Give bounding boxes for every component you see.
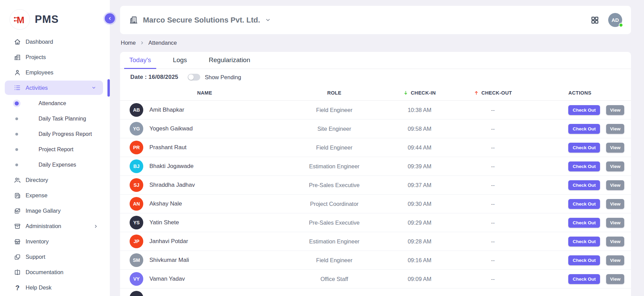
sidebar-item-activities[interactable]: Activities	[5, 81, 103, 95]
avatar	[130, 291, 143, 296]
view-button[interactable]: View	[606, 180, 624, 190]
employee-role: Office Staff	[283, 276, 385, 282]
view-button[interactable]: View	[606, 274, 624, 284]
sidebar-subitem-project-report[interactable]: Project Report	[0, 142, 110, 157]
user-avatar[interactable]: AD	[608, 13, 622, 27]
view-button[interactable]: View	[606, 105, 624, 115]
check-out-button[interactable]: Check Out	[568, 199, 600, 209]
avatar: VY	[130, 272, 143, 286]
svg-text:M: M	[17, 15, 25, 25]
view-button[interactable]: View	[606, 124, 624, 134]
employee-role: Pre-Sales Executive	[283, 182, 385, 188]
sidebar-subitem-label: Project Report	[39, 146, 73, 153]
view-button[interactable]: View	[606, 143, 624, 153]
company-selector[interactable]: Marco Secure Solutions Pvt. Ltd.	[129, 15, 271, 25]
sidebar-subitem-attendance[interactable]: Attendance	[0, 96, 110, 111]
sidebar-collapse-button[interactable]	[105, 13, 115, 24]
sidebar-item-directory[interactable]: Directory	[0, 172, 110, 188]
sidebar-item-image-gallary[interactable]: Image Gallary	[0, 203, 110, 219]
toggle-knob	[188, 74, 194, 80]
sidebar-item-label: Directory	[26, 177, 48, 183]
employee-role: Pre-Sales Executive	[283, 220, 385, 226]
view-button[interactable]: View	[606, 218, 624, 228]
sidebar-item-administration[interactable]: Administration	[0, 219, 110, 234]
table-row: VY Vaman Yadav Office Staff 09:09 AM -- …	[120, 270, 631, 288]
check-out-button[interactable]: Check Out	[568, 274, 600, 284]
view-button[interactable]: View	[606, 255, 624, 265]
tab-regularization[interactable]: Regularization	[204, 52, 255, 69]
show-pending-label: Show Pending	[205, 74, 241, 81]
employee-name: Yogesh Gaikwad	[149, 125, 193, 132]
column-header-checkin[interactable]: CHECK-IN	[385, 85, 454, 100]
check-out-button[interactable]: Check Out	[568, 143, 600, 153]
sidebar-item-employees[interactable]: Employees	[0, 65, 110, 80]
sidebar-subitem-label: Attendance	[39, 100, 66, 107]
show-pending-toggle[interactable]	[188, 74, 200, 81]
home-icon	[14, 38, 21, 46]
sidebar-item-label: Activities	[26, 85, 48, 91]
check-out-button[interactable]: Check Out	[568, 124, 600, 134]
sidebar-item-label: Expense	[26, 192, 47, 199]
sidebar-subitem-daily-task-planning[interactable]: Daily Task Planning	[0, 111, 110, 126]
apps-grid-icon[interactable]	[590, 16, 599, 25]
table-row: SJ Shraddha Jadhav Pre-Sales Executive 0…	[120, 176, 631, 195]
check-out-button[interactable]: Check Out	[568, 180, 600, 190]
gallery-icon	[14, 207, 21, 215]
table-row: BJ Bhakti Jogawade Estimation Engineer 0…	[120, 157, 631, 176]
bullet-dot-icon	[15, 133, 18, 136]
sidebar-item-expense[interactable]: Expense	[0, 188, 110, 203]
table-row: JP Janhavi Potdar Estimation Engineer 09…	[120, 232, 631, 251]
bullet-dot-icon	[15, 101, 19, 105]
archive-icon	[14, 223, 21, 230]
check-in-time: 09:16 AM	[385, 257, 454, 264]
sidebar-subitem-daily-progress-report[interactable]: Daily Progress Report	[0, 126, 110, 142]
view-button[interactable]: View	[606, 237, 624, 246]
employee-name: Bhakti Jogawade	[149, 163, 193, 170]
tab-todays[interactable]: Today's	[124, 52, 156, 69]
sidebar-item-support[interactable]: Support	[0, 249, 110, 265]
check-out-button[interactable]: Check Out	[568, 105, 600, 115]
employee-role: Project Coordinator	[283, 201, 385, 207]
sidebar-item-documentation[interactable]: Documentation	[0, 265, 110, 280]
sidebar-subitem-label: Daily Expenses	[39, 162, 76, 168]
breadcrumb-current: Attendance	[148, 40, 177, 46]
column-header-checkout[interactable]: CHECK-OUT	[454, 85, 532, 100]
check-out-button[interactable]: Check Out	[568, 255, 600, 265]
sidebar-item-label: Documentation	[26, 269, 63, 276]
breadcrumb-home[interactable]: Home	[121, 40, 136, 46]
employee-role: Field Engineer	[283, 257, 385, 264]
sort-down-icon	[403, 90, 408, 96]
company-logo-icon: M	[10, 9, 30, 30]
check-in-time: 10:38 AM	[385, 107, 454, 113]
sidebar-subitem-label: Daily Progress Report	[39, 131, 92, 137]
view-button[interactable]: View	[606, 161, 624, 171]
employee-role: Site Engineer	[283, 126, 385, 132]
layers-icon	[14, 253, 21, 261]
check-out-button[interactable]: Check Out	[568, 237, 600, 246]
bullet-dot-icon	[15, 117, 18, 120]
company-name: Marco Secure Solutions Pvt. Ltd.	[143, 16, 260, 25]
avatar: BJ	[130, 159, 143, 173]
sidebar-item-label: Inventory	[26, 238, 49, 245]
main-area: Marco Secure Solutions Pvt. Ltd. AD Home…	[110, 0, 644, 296]
date-label: Date : 16/08/2025	[130, 74, 178, 81]
tab-logs[interactable]: Logs	[168, 52, 192, 69]
column-header-name: NAME	[126, 85, 283, 100]
avatar: SM	[130, 253, 143, 267]
table-header: NAME ROLE CHECK-IN CHECK-OUT ACTIONS	[120, 85, 631, 101]
table-row-partial	[120, 288, 631, 296]
check-in-time: 09:58 AM	[385, 126, 454, 132]
employee-name: Akshay Nale	[149, 200, 182, 207]
check-out-button[interactable]: Check Out	[568, 218, 600, 228]
sidebar-item-inventory[interactable]: Inventory	[0, 234, 110, 249]
sidebar-item-help-desk[interactable]: ?Help Desk	[0, 280, 110, 295]
sidebar-subitem-daily-expenses[interactable]: Daily Expenses	[0, 157, 110, 172]
check-out-button[interactable]: Check Out	[568, 161, 600, 171]
employee-role: Estimation Engineer	[283, 163, 385, 170]
sidebar-item-projects[interactable]: Projects	[0, 50, 110, 65]
employee-name: Amit Bhapkar	[149, 107, 184, 113]
sidebar-item-dashboard[interactable]: Dashboard	[0, 34, 110, 50]
view-button[interactable]: View	[606, 199, 624, 209]
column-header-actions: ACTIONS	[532, 85, 628, 100]
employee-role: Estimation Engineer	[283, 238, 385, 245]
